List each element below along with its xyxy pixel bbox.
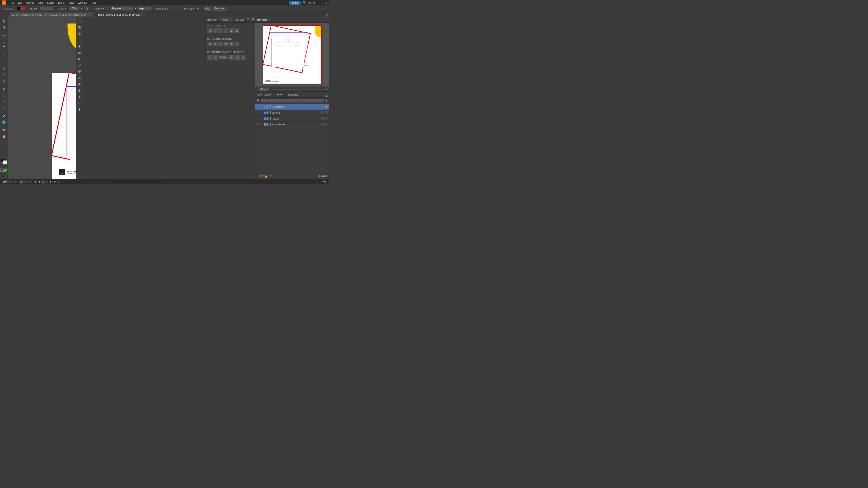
align-button[interactable]: Align <box>204 6 212 11</box>
rotate-tool[interactable]: ↻ <box>1 86 7 92</box>
gradient-swatch[interactable] <box>4 168 7 172</box>
scroll-bar[interactable] <box>61 182 316 182</box>
panel-menu-icon[interactable]: ☰ <box>250 17 255 22</box>
align-panel-btn[interactable]: ⊞ <box>76 50 83 56</box>
align-tab[interactable]: Align <box>219 17 232 22</box>
layer-raster[interactable]: 👁 ⊞ Raster <box>255 116 329 122</box>
transform-tab[interactable]: Transform <box>206 17 219 22</box>
zoom-dropdown-icon[interactable]: ▼ <box>270 88 272 90</box>
glyph-tool[interactable]: Ω <box>76 100 83 106</box>
dist-hcenter-btn[interactable]: ⊤ <box>213 41 218 46</box>
selection-tool[interactable] <box>1 18 7 24</box>
info-panel[interactable]: ℹ <box>76 94 83 100</box>
layer-background[interactable]: 👁 □ Background <box>255 122 329 127</box>
share-button[interactable]: Share <box>289 1 301 5</box>
minimize-icon[interactable]: ─ <box>317 1 319 4</box>
pen-tool[interactable]: ✒ <box>1 32 7 38</box>
align-top-btn[interactable]: ⊤ <box>223 28 228 33</box>
warp-tool[interactable]: 〜 <box>1 99 7 105</box>
layer-lock-typography[interactable] <box>321 105 324 108</box>
search-icon[interactable]: 🔍 <box>303 1 307 4</box>
layers-filter-button[interactable]: ▼ <box>325 99 328 102</box>
menu-file[interactable]: File <box>8 1 16 4</box>
layer-eye-background[interactable]: 👁 <box>256 123 260 126</box>
menu-type[interactable]: Type <box>36 1 45 4</box>
timeline-expand[interactable]: ▶ <box>58 181 59 183</box>
paintbrush-tool[interactable]: 🖌 <box>1 66 7 71</box>
blend-tool[interactable]: ∞ <box>1 105 7 111</box>
stroke-swatch[interactable] <box>21 7 25 10</box>
layer-eye-typography[interactable]: 👁 <box>256 105 260 108</box>
stroke-input[interactable] <box>40 6 53 11</box>
zoom-status-input[interactable] <box>2 180 13 184</box>
dist-right-btn[interactable]: ⊢ <box>218 41 223 46</box>
panel-more-icon[interactable]: ≫ <box>246 17 250 22</box>
layer-target-typography[interactable] <box>325 105 328 108</box>
canvas-area[interactable]: TIP Print advertising has a 20% highermo… <box>8 17 83 179</box>
menu-edit[interactable]: Edit <box>16 1 24 4</box>
menu-help[interactable]: Help <box>89 1 98 4</box>
layer-typography[interactable]: 👁 ▶ T Typography <box>255 104 329 110</box>
compass-guide[interactable]: ✛ <box>76 31 83 37</box>
layer-expand-typography[interactable]: ▶ <box>260 106 264 108</box>
zoom-status-dropdown[interactable]: ▼ <box>15 181 17 183</box>
close-icon[interactable]: ✕ <box>324 1 327 4</box>
move-to-layer-btn[interactable]: ⬡ <box>260 174 263 178</box>
rect-tool[interactable]: ▭ <box>1 59 7 65</box>
type-tool[interactable]: T <box>1 45 7 51</box>
dist-left-btn[interactable]: ⊣ <box>207 41 212 46</box>
zoom-in-btn[interactable]: ▲ <box>325 88 328 91</box>
pencil-tool[interactable]: ✏ <box>1 72 7 78</box>
dist-top-btn[interactable]: ⊤ <box>223 41 228 46</box>
prev-page-btn[interactable]: ◀ <box>38 180 39 183</box>
align-left-btn[interactable]: ⊣ <box>207 28 212 33</box>
swatches-tab[interactable]: Swatches <box>285 92 301 97</box>
page-number-input[interactable] <box>41 180 48 184</box>
align-to-selection-btn[interactable]: ⊞ <box>229 55 234 60</box>
rotation-input[interactable] <box>19 180 28 184</box>
tab-0-close[interactable]: ✕ <box>89 14 90 16</box>
tab-1[interactable]: Printing_Quotes.ai @ 25 % (RGB/Preview) … <box>94 12 146 17</box>
navigator-preview[interactable]: TIP Print advertising has a 20% higher m… <box>255 23 329 87</box>
align-hcenter-btn[interactable]: ⊤ <box>213 28 218 33</box>
dist-bottom-btn[interactable]: ⊥ <box>235 41 239 46</box>
align-to-artboard-btn[interactable]: ⬚ <box>235 55 240 60</box>
appearance-panel[interactable]: ◈ <box>76 43 83 49</box>
layers-menu-icon[interactable]: ☰ <box>324 94 329 97</box>
no-color-swatch[interactable] <box>0 168 4 172</box>
layer-target-raster[interactable] <box>325 117 328 120</box>
layers-search-input[interactable] <box>261 99 324 103</box>
maximize-icon[interactable]: □ <box>321 1 323 4</box>
menu-select[interactable]: Select <box>45 1 56 4</box>
dist-horiz-space-btn[interactable]: ↔ <box>207 55 212 60</box>
font-dropdown-icon[interactable]: ▼ <box>134 7 136 10</box>
menu-view[interactable]: View <box>67 1 76 4</box>
layer-vectors[interactable]: 👁 ▶ ▭ Vectors <box>255 110 329 116</box>
align-right-btn[interactable]: ⊢ <box>218 28 223 33</box>
zoom-out-btn[interactable]: − <box>256 88 258 91</box>
zoom-tool[interactable]: 🔍 <box>1 127 7 133</box>
fill-swatch[interactable] <box>16 7 20 10</box>
rotate-view[interactable]: ↺ <box>76 37 83 43</box>
font-size-input[interactable] <box>138 6 151 11</box>
layer-eye-raster[interactable]: 👁 <box>256 117 260 120</box>
transform-panel[interactable]: ⧉ <box>76 75 83 81</box>
last-page-btn[interactable]: ▶| <box>54 180 56 183</box>
scale-tool[interactable]: ⤡ <box>1 92 7 98</box>
line-tool[interactable]: ╱ <box>1 53 7 59</box>
grid-icon[interactable]: ⊞ <box>308 1 311 4</box>
puppet-warp[interactable]: ⚙ <box>76 88 83 94</box>
layer-expand-vectors[interactable]: ▶ <box>260 111 264 114</box>
background-color[interactable] <box>3 160 7 164</box>
transform-button[interactable]: Transform <box>213 6 226 11</box>
para-align-right[interactable]: ≡ <box>177 7 178 10</box>
crop-mark[interactable]: ⌧ <box>76 62 83 68</box>
color-guide-tab[interactable]: Color Guide <box>255 92 273 97</box>
menu-object[interactable]: Object <box>25 1 35 4</box>
para-align-center[interactable]: ≡ <box>174 7 175 10</box>
link-panel[interactable]: 🔗 <box>76 69 83 74</box>
menu-window[interactable]: Window <box>76 1 89 4</box>
curvature-tool[interactable]: ∿ <box>1 39 7 44</box>
layer-target-background[interactable] <box>325 123 328 126</box>
delete-layer-btn[interactable]: 🗑 <box>270 174 273 178</box>
